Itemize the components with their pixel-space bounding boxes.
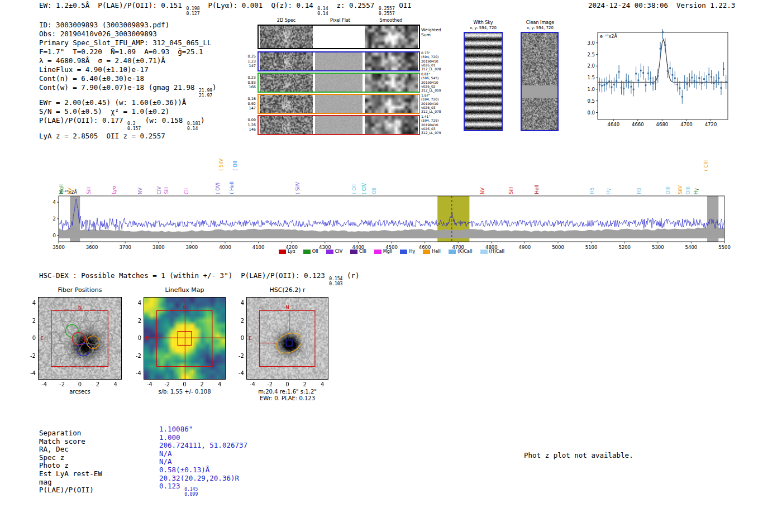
spectral-line-label-SiII: SiII xyxy=(508,187,514,194)
meta-line: 1.67" xyxy=(421,93,455,97)
hsc_cutout-plot: NE xyxy=(246,297,328,380)
spec2d-row-4-panel-2 xyxy=(365,116,418,134)
spectral-line-label-SiIV: SiIV xyxy=(678,185,683,194)
legend-label: Lyα xyxy=(288,249,295,254)
tick-label-y: 4 xyxy=(233,300,244,306)
match-value-3: N/A xyxy=(159,450,247,458)
match-value-0: 1.10086" xyxy=(159,425,247,434)
legend-label: CIII xyxy=(359,249,366,254)
legend-swatch xyxy=(400,250,407,254)
tick-label-x: -2 xyxy=(55,381,69,387)
legend-item-6: HeII xyxy=(423,249,441,254)
meta-line: v026_01 xyxy=(421,63,455,67)
spectral-line-label-Hγ: Hγ xyxy=(605,188,611,194)
spec2d-row-4-scale-values: 0.091.26146 xyxy=(244,118,256,132)
tick-label-y: -4 xyxy=(25,370,36,376)
match-value-5: 0.58(±0.13)Å xyxy=(159,466,247,475)
svg-text:2.0: 2.0 xyxy=(587,63,595,69)
spectral-line-label-NV: NV xyxy=(137,188,143,194)
meta-line: v026_03 xyxy=(421,127,455,131)
spec2d-row-1-panel-1 xyxy=(315,52,363,70)
spectral-line-label-MgII: MgII xyxy=(59,184,64,194)
meta-line: 312_LL_078 xyxy=(421,67,455,71)
legend-label: (K)CaII xyxy=(457,249,473,254)
header-summary: EW: 1.2±0.5Å P(LAE)/P(OII): 0.151 0.1980… xyxy=(39,1,412,16)
spectral-line-label-HeII: HeII xyxy=(534,185,540,194)
spec2d-row-1 xyxy=(258,51,420,71)
legend-swatch xyxy=(350,250,357,254)
meta-line: (594, 729) xyxy=(421,118,455,122)
legend-swatch xyxy=(480,250,488,254)
spec2d-row-1-meta: 0.73"(594, 720)20190410v026_01312_LL_078 xyxy=(421,51,455,71)
match-value-1: 1.000 xyxy=(159,434,247,442)
tick-label-x: 0 xyxy=(73,381,87,387)
legend-item-2: CIV xyxy=(326,249,342,254)
info-line-5: LineFlux = 4.90(±1.10)e-17 xyxy=(39,65,217,74)
scale-value: 0.83 xyxy=(244,80,256,85)
legend-label: OII xyxy=(312,249,318,254)
legend-label: MgII xyxy=(383,249,393,254)
spec2d-row-2-meta: 0.81"(596, 545)20190410v026_02312_LL_059 xyxy=(421,72,455,92)
stacked-uncertainty: 0.1540.103 xyxy=(329,277,342,286)
match-table-labels: SeparationMatch scoreRA, DecSpec zPhoto … xyxy=(39,429,102,495)
spec2d-row-3-panel-1 xyxy=(315,95,363,113)
fiber_positions-plot: NE xyxy=(38,297,122,380)
spec2d-row-3 xyxy=(258,94,420,114)
legend-label: Hγ xyxy=(409,249,415,254)
lineflux_map-overlay: NE xyxy=(144,298,225,379)
svg-text:0.5: 0.5 xyxy=(587,98,595,104)
svg-text:0: 0 xyxy=(53,233,56,238)
svg-text:1.5: 1.5 xyxy=(587,75,595,80)
spectral-line-label-OII: OII xyxy=(371,188,377,194)
tick-label-x: 4 xyxy=(213,381,226,387)
tick-label-y: 4 xyxy=(130,300,141,306)
tick-label-x: -4 xyxy=(37,381,51,387)
spectral-line-label-NV: NV xyxy=(67,188,73,194)
svg-text:0.0: 0.0 xyxy=(587,110,595,116)
scale-value: 147 xyxy=(244,106,256,111)
info-line-4: λ = 4680.98Å σ = 2.40(±0.71)Å xyxy=(39,56,217,65)
scale-value: 146 xyxy=(244,127,256,132)
match-value-6: 20.32(20.29,20.36)R xyxy=(159,475,247,483)
legend-label: (H)CaII xyxy=(489,249,504,254)
spec2d-row-2-panel-2 xyxy=(365,74,418,92)
meta-line: 20190410 xyxy=(421,80,455,84)
legend-label: HeII xyxy=(432,249,441,254)
col-title-smoothed: Smoothed xyxy=(364,18,418,23)
info-line-7: Cont(w) = 7.90(±0.07)e-18 (gmag 21.98 21… xyxy=(39,83,217,98)
match-label-7: P(LAE)/P(OII) xyxy=(39,486,102,495)
scale-value: 0.16 xyxy=(244,97,256,102)
svg-text:3.0: 3.0 xyxy=(587,40,595,46)
withsky-coords: x, y: 594, 720 xyxy=(455,26,511,30)
line-fit-plot: 464046604680470047200.00.51.01.52.02.53.… xyxy=(581,29,731,131)
tick-label-y: -2 xyxy=(130,353,141,359)
match-label-3: Spec z xyxy=(39,454,102,462)
spectral-line-label-HeII: ( HeII xyxy=(229,181,235,194)
tick-label-x: 4 xyxy=(109,381,122,387)
legend-item-7: (K)CaII xyxy=(449,249,473,254)
tick-label-y: -2 xyxy=(233,353,244,359)
tick-label-y: 0 xyxy=(25,335,36,341)
legend-item-8: (H)CaII xyxy=(480,249,504,254)
spec2d-row-3-meta: 1.67"(594, 720)20190410v026_03312_LL_078 xyxy=(421,93,455,113)
spec2d-row-4-panel-0 xyxy=(260,116,313,134)
spectral-line-label-NV: NV xyxy=(480,188,485,194)
hsc-dex-summary: HSC-DEX : Possible Matches = 1 (within +… xyxy=(39,271,359,286)
match-value-2: 206.724111, 51.026737 xyxy=(159,442,247,450)
cleanimage-title: Clean Image xyxy=(512,20,568,25)
spectral-line-label-Lyα: Lyα xyxy=(111,186,117,194)
info-line-10: P(LAE)/P(OII): 0.177 0.20.157 (w: 0.158 … xyxy=(39,116,217,131)
legend-swatch xyxy=(449,250,456,254)
hsc_cutout-overlay: NE xyxy=(247,298,328,379)
scale-value: 0.09 xyxy=(244,118,256,123)
legend-item-4: MgII xyxy=(374,249,393,254)
lineflux-map-xlabel: s/b: 1.55 +/- 0.108 xyxy=(144,389,226,395)
tick-label-y: 4 xyxy=(25,300,36,306)
legend-swatch xyxy=(374,250,382,254)
tick-label-y: -4 xyxy=(233,370,244,376)
tick-label-x: -4 xyxy=(246,381,259,387)
meta-line: 312_LL_078 xyxy=(421,109,455,113)
spec2d-row-4-meta: 1.41"(594, 729)20190410v026_03312_LL_079 xyxy=(421,114,455,135)
svg-text:N: N xyxy=(183,305,187,310)
tick-label-y: 0 xyxy=(130,335,141,341)
